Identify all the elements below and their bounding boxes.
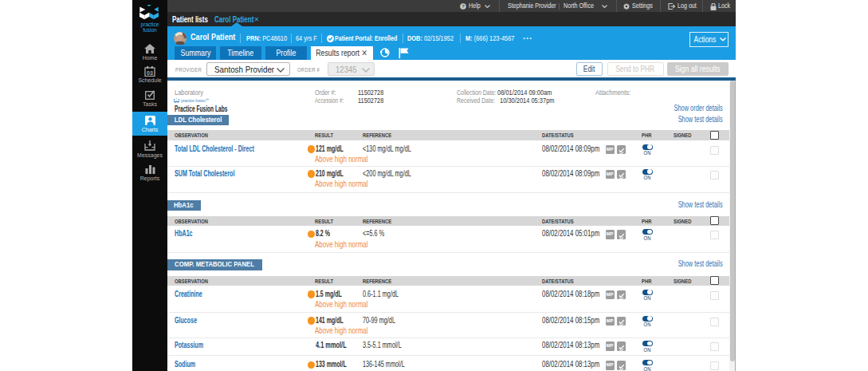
svg-text:?: ?	[461, 4, 465, 9]
svg-text:03: 03	[147, 70, 153, 76]
